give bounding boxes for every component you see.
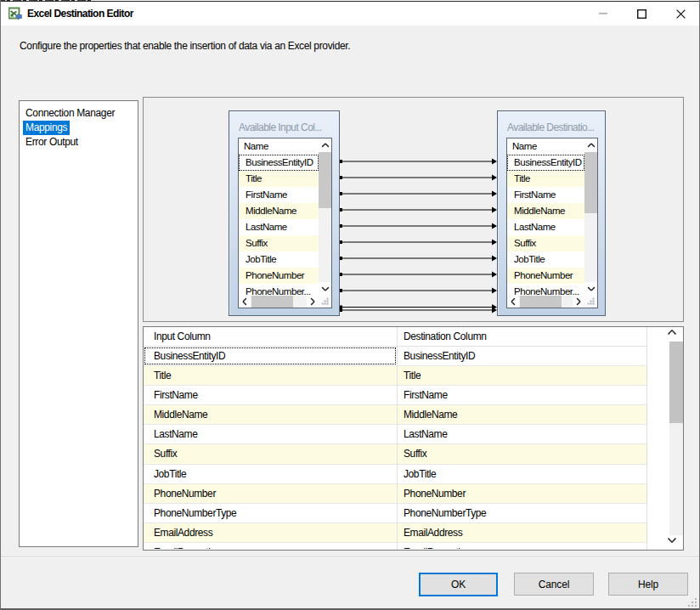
grid-row[interactable]: PhoneNumberType PhoneNumberType <box>144 504 646 523</box>
destination-list-item[interactable]: LastName <box>507 219 584 235</box>
help-button[interactable]: Help <box>608 573 688 596</box>
grid-cell-input[interactable]: PhoneNumber <box>144 484 397 503</box>
grid-cell-destination[interactable]: PhoneNumberType <box>397 504 646 522</box>
grid-cell-input[interactable]: MiddleName <box>144 405 397 424</box>
grid-header-input-column[interactable]: Input Column <box>144 327 397 347</box>
available-destination-columns-box[interactable]: Available Destinatio... Name BusinessEnt… <box>497 110 606 316</box>
input-list-horizontal-scrollbar[interactable] <box>239 296 319 308</box>
grid-cell-destination[interactable]: LastName <box>397 425 646 443</box>
grid-cell-destination[interactable]: PhoneNumber <box>397 484 646 503</box>
grid-cell-input[interactable]: JobTitle <box>144 465 397 483</box>
scroll-right-icon[interactable] <box>573 296 584 308</box>
grid-cell-destination[interactable]: EmailPromotion <box>397 543 646 549</box>
destination-list-item[interactable]: PhoneNumber... <box>507 284 584 296</box>
grid-cell-input[interactable]: EmailPromotion <box>144 543 397 549</box>
window-title: Excel Destination Editor <box>27 7 133 20</box>
grid-row[interactable]: BusinessEntityID BusinessEntityID <box>144 347 646 366</box>
grid-cell-input[interactable]: LastName <box>144 425 397 443</box>
grid-cell-input[interactable]: FirstName <box>144 386 397 404</box>
nav-item-mappings[interactable]: Mappings <box>23 121 70 135</box>
scrollbar-thumb[interactable] <box>319 152 331 208</box>
input-list-item[interactable]: Title <box>239 171 319 187</box>
input-list-size-grip[interactable] <box>319 296 331 308</box>
scrollbar-thumb[interactable] <box>520 296 562 308</box>
grid-cell-destination[interactable]: EmailAddress <box>397 523 646 542</box>
grid-cell-destination[interactable]: Suffix <box>397 444 646 463</box>
grid-row[interactable]: JobTitle JobTitle <box>144 465 646 484</box>
cancel-button[interactable]: Cancel <box>514 573 594 596</box>
available-input-columns-caption: Available Input Col... <box>239 121 322 133</box>
grid-cell-input[interactable]: PhoneNumberType <box>144 504 397 522</box>
scroll-left-icon[interactable] <box>239 296 251 308</box>
scroll-right-icon[interactable] <box>307 296 319 308</box>
nav-item-error-output[interactable]: Error Output <box>23 135 81 150</box>
available-destination-columns-list[interactable]: Name BusinessEntityID Title FirstName Mi… <box>506 138 598 308</box>
pages-listbox[interactable]: Connection Manager Mappings Error Output <box>19 100 138 547</box>
grid-cell-input[interactable]: Suffix <box>144 444 397 463</box>
input-list-vertical-scrollbar[interactable] <box>319 138 331 296</box>
scrollbar-thumb[interactable] <box>584 152 597 213</box>
grid-cell-input[interactable]: BusinessEntityID <box>144 347 397 365</box>
destination-list-item[interactable]: Suffix <box>507 235 584 251</box>
dialog-description: Configure the properties that enable the… <box>20 40 350 52</box>
destination-list-size-grip[interactable] <box>584 296 597 308</box>
destination-list-horizontal-scrollbar[interactable] <box>507 296 584 308</box>
scrollbar-thumb[interactable] <box>251 296 293 308</box>
footer-divider-highlight <box>1 557 699 558</box>
scroll-up-icon[interactable] <box>319 138 331 152</box>
ok-button[interactable]: OK <box>419 573 498 596</box>
destination-list-item[interactable]: Title <box>507 171 584 187</box>
destination-list-item[interactable]: MiddleName <box>507 203 584 219</box>
input-list-item[interactable]: PhoneNumber <box>239 268 319 284</box>
titlebar[interactable]: Excel Destination Editor <box>1 2 699 25</box>
close-button[interactable] <box>661 2 700 25</box>
maximize-button[interactable] <box>622 2 661 25</box>
scroll-up-icon[interactable] <box>584 138 597 152</box>
destination-list-vertical-scrollbar[interactable] <box>584 138 597 296</box>
grid-vertical-scrollbar[interactable] <box>669 327 683 550</box>
destination-list-item[interactable]: FirstName <box>507 187 584 203</box>
grid-cell-destination[interactable]: FirstName <box>397 386 646 404</box>
grid-cell-destination[interactable]: BusinessEntityID <box>397 347 646 365</box>
input-list-item[interactable]: Suffix <box>239 235 319 251</box>
minimize-button <box>584 2 623 25</box>
mapping-canvas[interactable]: Available Input Col... Name BusinessEnti… <box>143 97 684 322</box>
input-list-item[interactable]: JobTitle <box>239 251 319 268</box>
nav-item-connection-manager[interactable]: Connection Manager <box>23 106 117 121</box>
grid-row[interactable]: Title Title <box>144 366 646 386</box>
input-list-header: Name <box>239 138 319 155</box>
scroll-down-icon[interactable] <box>669 535 683 550</box>
grid-row[interactable]: EmailPromotion EmailPromotion <box>144 543 646 549</box>
destination-list-item[interactable]: PhoneNumber <box>507 268 584 284</box>
scroll-down-icon[interactable] <box>584 282 597 296</box>
window-resize-grip[interactable] <box>688 598 697 607</box>
grid-cell-input[interactable]: EmailAddress <box>144 523 397 542</box>
grid-row[interactable]: PhoneNumber PhoneNumber <box>144 484 646 504</box>
destination-list-item[interactable]: BusinessEntityID <box>507 155 584 171</box>
grid-cell-destination[interactable]: JobTitle <box>397 465 646 483</box>
grid-row[interactable]: LastName LastName <box>144 425 646 444</box>
input-list-item[interactable]: FirstName <box>239 187 319 203</box>
grid-header-row: Input Column Destination Column <box>144 327 646 347</box>
available-destination-columns-caption: Available Destinatio... <box>507 121 595 133</box>
destination-list-item[interactable]: JobTitle <box>507 251 584 268</box>
scroll-up-icon[interactable] <box>669 327 683 342</box>
grid-cell-destination[interactable]: Title <box>397 366 646 385</box>
grid-row[interactable]: Suffix Suffix <box>144 444 646 464</box>
scrollbar-thumb[interactable] <box>669 342 683 423</box>
scroll-left-icon[interactable] <box>507 296 519 308</box>
grid-cell-input[interactable]: Title <box>144 366 397 385</box>
input-list-item[interactable]: PhoneNumber... <box>239 284 319 296</box>
grid-row[interactable]: FirstName FirstName <box>144 386 646 405</box>
scroll-down-icon[interactable] <box>319 282 331 296</box>
grid-row[interactable]: EmailAddress EmailAddress <box>144 523 646 543</box>
grid-cell-destination[interactable]: MiddleName <box>397 405 646 424</box>
input-list-item[interactable]: MiddleName <box>239 203 319 219</box>
mappings-grid[interactable]: Input Column Destination Column Business… <box>143 326 684 551</box>
grid-row[interactable]: MiddleName MiddleName <box>144 405 646 425</box>
input-list-item[interactable]: LastName <box>239 219 319 235</box>
available-input-columns-box[interactable]: Available Input Col... Name BusinessEnti… <box>229 110 340 316</box>
grid-header-destination-column[interactable]: Destination Column <box>397 327 646 347</box>
input-list-item[interactable]: BusinessEntityID <box>239 155 319 171</box>
available-input-columns-list[interactable]: Name BusinessEntityID Title FirstName Mi… <box>238 138 332 308</box>
